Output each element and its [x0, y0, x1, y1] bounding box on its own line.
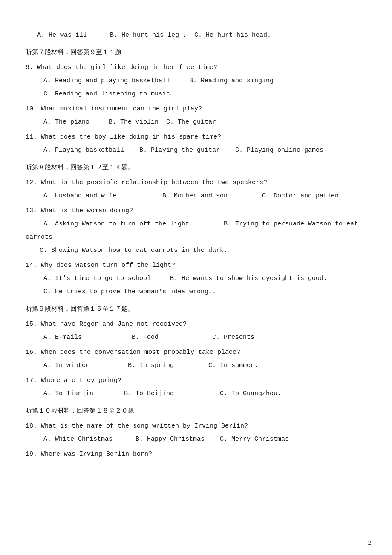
section9-header: 听第９段材料，回答第１５至１７题。: [26, 304, 366, 315]
question-10-options: A. The piano B. The violin C. The guitar: [36, 116, 366, 128]
question-13-carrots: carrots: [26, 231, 366, 243]
question-12-options: A. Husband and wife B. Mother and son C.…: [36, 190, 366, 202]
question-18-options: A. White Christmas B. Happy Christmas C.…: [36, 434, 366, 445]
question-10: 10. What musical instrument can the girl…: [26, 103, 366, 115]
question-9: 9. What does the girl like doing in her …: [26, 62, 366, 73]
question-14-optionC: C. He tries to prove the woman's idea wr…: [36, 286, 366, 298]
question-19: 19. Where was Irving Berlin born?: [26, 448, 366, 460]
question-9-optionC: C. Reading and listening to music.: [36, 88, 366, 100]
question-9-options: A. Reading and playing basketball B. Rea…: [36, 75, 366, 87]
section8-header: 听第８段材料，回答第１２至１４题。: [26, 162, 366, 173]
question-11: 11. What does the boy like doing in his …: [26, 131, 366, 143]
question-17-options: A. To Tianjin B. To Beijing C. To Guangz…: [36, 388, 366, 399]
question-18: 18. What is the name of the song written…: [26, 420, 366, 432]
question-16-options: A. In winter B. In spring C. In summer.: [36, 360, 366, 371]
question-13-optionsAB: A. Asking Watson to turn off the light. …: [36, 218, 366, 230]
top-divider: [26, 17, 366, 17]
question-12: 12. What is the possible relationship be…: [26, 177, 366, 188]
question-16: 16. When does the conversation most prob…: [26, 347, 366, 358]
section10-header: 听第１０段材料，回答第１８至２０题。: [26, 405, 366, 417]
question-14: 14. Why does Watson turn off the light?: [26, 260, 366, 271]
question-13-optionC: C. Showing Watson how to eat carrots in …: [36, 245, 366, 256]
section7-header: 听第７段材料，回答第９至１１题: [26, 47, 366, 58]
question-14-optionsAB: A. It's time to go to school B. He wants…: [36, 273, 366, 284]
question-15-options: A. E-mails B. Food C. Presents: [36, 332, 366, 343]
question-13: 13. What is the woman doing?: [26, 205, 366, 217]
question-15: 15. What have Roger and Jane not receive…: [26, 318, 366, 330]
page-number: -2-: [364, 538, 375, 549]
top-answer-line: A. He was ill B. He hurt his leg . C. He…: [26, 29, 366, 41]
question-11-options: A. Playing basketball B. Playing the gui…: [36, 145, 366, 156]
question-17: 17. Where are they going?: [26, 375, 366, 386]
